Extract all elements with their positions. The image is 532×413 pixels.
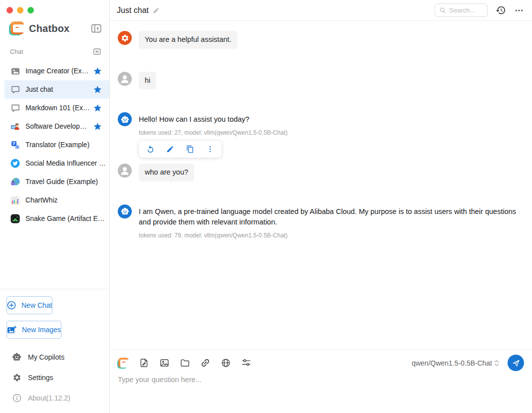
composer: qwen/Qwen1.5-0.5B-Chat xyxy=(110,349,532,413)
chatbox-provider-icon[interactable] xyxy=(118,358,129,369)
conversation-header: Just chat xyxy=(110,0,532,21)
sidebar-item-chartwhiz[interactable]: ChartWhiz xyxy=(4,191,109,209)
user-avatar xyxy=(118,72,132,86)
star-icon[interactable] xyxy=(93,67,102,75)
settings-sliders-icon[interactable] xyxy=(241,358,252,369)
robot-icon xyxy=(12,352,21,362)
token-usage-label: tokens used: 79, model: vllm(qwen/Qwen1.… xyxy=(139,232,524,239)
sidebar-item-just-chat[interactable]: Just chat xyxy=(4,80,109,99)
settings-button[interactable]: Settings xyxy=(0,367,109,388)
model-selector[interactable]: qwen/Qwen1.5-0.5B-Chat xyxy=(412,359,500,367)
more-vertical-icon[interactable] xyxy=(206,145,215,154)
snake-game-icon xyxy=(10,214,20,223)
rename-conversation-icon[interactable] xyxy=(153,7,160,14)
chatbox-logo-icon xyxy=(10,21,24,35)
plus-circle-icon xyxy=(7,301,16,310)
message-text: Hello! How can I assist you today? xyxy=(139,114,287,125)
attach-image-icon[interactable] xyxy=(159,358,170,369)
message-assistant: Hello! How can I assist you today? token… xyxy=(118,112,524,158)
main-panel: Just chat xyxy=(110,0,532,413)
message-system: You are a helpful assistant. xyxy=(118,31,524,49)
about-button[interactable]: About(1.12.2) xyxy=(0,388,109,408)
my-copilots-button[interactable]: My Copilots xyxy=(0,347,109,367)
sidebar-item-image-creator[interactable]: Image Creator (Ex… xyxy=(4,62,109,80)
attach-folder-icon[interactable] xyxy=(179,358,190,369)
app-title: Chatbox xyxy=(29,23,91,34)
zoom-window-button[interactable] xyxy=(27,7,34,13)
star-icon[interactable] xyxy=(93,122,102,131)
message-user: hi xyxy=(118,72,524,90)
sidebar-item-travel-guide[interactable]: Travel Guide (Example) xyxy=(4,173,109,191)
star-icon[interactable] xyxy=(93,85,102,94)
chevron-updown-icon xyxy=(494,359,500,367)
sidebar-item-software-developer[interactable]: Software Develop… xyxy=(4,117,109,136)
chat-bubble-icon xyxy=(10,103,20,113)
message-toolbar xyxy=(139,141,222,158)
message-list: You are a helpful assistant. hi Hello! H… xyxy=(110,21,532,349)
chart-icon xyxy=(10,196,20,205)
copy-icon[interactable] xyxy=(186,145,195,154)
attach-link-icon[interactable] xyxy=(200,358,211,369)
sidebar-item-markdown-101[interactable]: Markdown 101 (Ex… xyxy=(4,99,109,117)
translate-icon: A xyxy=(10,140,20,150)
send-button[interactable] xyxy=(508,355,524,371)
search-input[interactable] xyxy=(449,6,481,14)
message-user: who are you? xyxy=(118,164,524,182)
sidebar-item-snake-game[interactable]: Snake Game (Artifact E… xyxy=(4,209,109,228)
message-text: I am Qwen, a pre-trained language model … xyxy=(139,206,524,227)
sidebar: Chatbox Chat Image Creator (Ex… xyxy=(0,0,110,413)
system-avatar xyxy=(118,31,132,45)
message-input[interactable] xyxy=(118,376,524,407)
message-assistant: I am Qwen, a pre-trained language model … xyxy=(118,205,524,239)
assistant-avatar xyxy=(118,205,132,218)
history-icon[interactable] xyxy=(496,5,506,15)
star-icon[interactable] xyxy=(93,104,102,112)
new-image-icon xyxy=(7,326,16,334)
edit-icon[interactable] xyxy=(166,145,175,154)
quote-doc-icon[interactable] xyxy=(138,358,149,369)
sidebar-divider xyxy=(0,289,109,289)
clear-conversations-icon[interactable] xyxy=(93,47,101,56)
search-box[interactable] xyxy=(435,3,488,17)
conversation-title: Just chat xyxy=(117,6,149,15)
twitter-icon xyxy=(10,159,20,168)
user-avatar xyxy=(118,164,132,178)
new-images-button[interactable]: New Images xyxy=(6,321,61,339)
chatbox-window: Chatbox Chat Image Creator (Ex… xyxy=(0,0,532,413)
gear-icon xyxy=(12,373,21,382)
image-icon xyxy=(10,66,20,76)
send-icon xyxy=(512,359,521,368)
info-icon xyxy=(12,393,21,403)
message-text: who are you? xyxy=(139,164,194,182)
chat-bubble-icon xyxy=(10,85,20,94)
chat-list: Image Creator (Ex… Just chat Markdown xyxy=(0,62,109,228)
collapse-sidebar-icon[interactable] xyxy=(91,24,101,33)
search-icon xyxy=(439,7,446,14)
travel-globe-icon xyxy=(10,177,20,187)
minimize-window-button[interactable] xyxy=(17,7,23,13)
chat-section-label: Chat xyxy=(10,48,93,55)
message-text: You are a helpful assistant. xyxy=(139,31,238,49)
window-controls xyxy=(0,0,109,13)
model-name: qwen/Qwen1.5-0.5B-Chat xyxy=(412,359,492,367)
assistant-avatar xyxy=(118,112,132,126)
close-window-button[interactable] xyxy=(6,7,13,13)
svg-text:A: A xyxy=(15,145,18,149)
message-text: hi xyxy=(139,72,156,90)
sidebar-item-translator[interactable]: A Translator (Example) xyxy=(4,136,109,154)
web-browsing-icon[interactable] xyxy=(220,358,231,369)
new-chat-button[interactable]: New Chat xyxy=(6,296,52,314)
sidebar-item-social-media-influencer[interactable]: Social Media Influencer … xyxy=(4,154,109,173)
developer-icon xyxy=(10,122,20,131)
token-usage-label: tokens used: 27, model: vllm(qwen/Qwen1.… xyxy=(139,129,287,136)
regenerate-icon[interactable] xyxy=(146,145,155,154)
more-horizontal-icon[interactable] xyxy=(514,5,524,15)
